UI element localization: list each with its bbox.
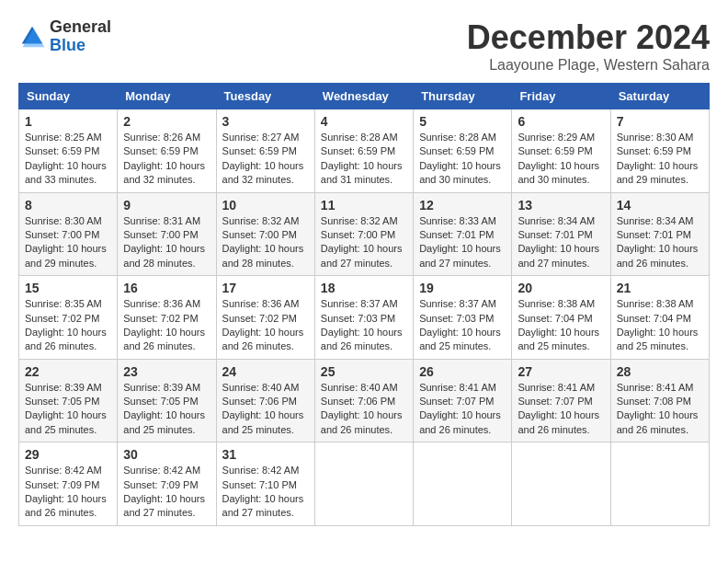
calendar-cell: 19 Sunrise: 8:37 AMSunset: 7:03 PMDaylig… [414,276,512,360]
calendar-cell: 1 Sunrise: 8:25 AMSunset: 6:59 PMDayligh… [19,109,118,193]
day-info: Sunrise: 8:38 AMSunset: 7:04 PMDaylight:… [518,297,604,354]
day-number: 2 [123,114,210,129]
logo: General Blue [18,18,111,55]
page-header: General Blue December 2024 Laayoune Plag… [18,18,710,74]
calendar-cell: 13 Sunrise: 8:34 AMSunset: 7:01 PMDaylig… [512,192,610,276]
calendar-cell: 26 Sunrise: 8:41 AMSunset: 7:07 PMDaylig… [414,359,512,442]
calendar-cell: 29 Sunrise: 8:42 AMSunset: 7:09 PMDaylig… [19,442,118,526]
day-info: Sunrise: 8:35 AMSunset: 7:02 PMDaylight:… [25,297,111,354]
weekday-header-saturday: Saturday [610,84,709,109]
day-number: 3 [222,114,309,129]
day-info: Sunrise: 8:40 AMSunset: 7:06 PMDaylight:… [321,381,407,438]
day-info: Sunrise: 8:39 AMSunset: 7:05 PMDaylight:… [123,381,210,438]
title-section: December 2024 Laayoune Plage, Western Sa… [467,18,710,74]
day-number: 25 [321,364,407,379]
day-number: 29 [25,447,111,462]
day-number: 19 [419,281,506,295]
calendar-cell: 24 Sunrise: 8:40 AMSunset: 7:06 PMDaylig… [216,359,314,442]
calendar-cell: 23 Sunrise: 8:39 AMSunset: 7:05 PMDaylig… [118,359,216,442]
day-info: Sunrise: 8:42 AMSunset: 7:10 PMDaylight:… [222,464,309,521]
weekday-header-thursday: Thursday [414,84,512,109]
day-info: Sunrise: 8:32 AMSunset: 7:00 PMDaylight:… [321,214,407,271]
calendar-cell: 15 Sunrise: 8:35 AMSunset: 7:02 PMDaylig… [19,276,118,360]
calendar-cell: 4 Sunrise: 8:28 AMSunset: 6:59 PMDayligh… [314,109,413,193]
day-number: 12 [419,198,506,213]
calendar-table: SundayMondayTuesdayWednesdayThursdayFrid… [18,83,710,526]
day-number: 5 [419,114,506,129]
logo-icon [18,23,46,51]
day-number: 26 [419,364,506,379]
day-number: 7 [617,114,703,129]
day-info: Sunrise: 8:30 AMSunset: 7:00 PMDaylight:… [25,214,111,271]
day-number: 1 [25,114,111,129]
weekday-header-friday: Friday [512,84,610,109]
day-number: 11 [321,198,407,213]
day-number: 31 [222,447,309,462]
day-number: 8 [25,198,111,213]
day-number: 27 [518,364,604,379]
day-number: 16 [123,281,210,295]
calendar-cell: 30 Sunrise: 8:42 AMSunset: 7:09 PMDaylig… [118,442,216,526]
calendar-cell [314,442,413,526]
week-row-5: 29 Sunrise: 8:42 AMSunset: 7:09 PMDaylig… [19,442,710,526]
week-row-2: 8 Sunrise: 8:30 AMSunset: 7:00 PMDayligh… [19,192,710,276]
weekday-header-tuesday: Tuesday [216,84,314,109]
day-info: Sunrise: 8:36 AMSunset: 7:02 PMDaylight:… [123,297,210,354]
day-number: 9 [123,198,210,213]
calendar-cell: 8 Sunrise: 8:30 AMSunset: 7:00 PMDayligh… [19,192,118,276]
calendar-cell: 11 Sunrise: 8:32 AMSunset: 7:00 PMDaylig… [314,192,413,276]
calendar-cell: 12 Sunrise: 8:33 AMSunset: 7:01 PMDaylig… [414,192,512,276]
day-info: Sunrise: 8:33 AMSunset: 7:01 PMDaylight:… [419,214,506,271]
day-number: 15 [25,281,111,295]
day-info: Sunrise: 8:42 AMSunset: 7:09 PMDaylight:… [123,464,210,521]
day-info: Sunrise: 8:34 AMSunset: 7:01 PMDaylight:… [617,214,703,271]
day-number: 6 [518,114,604,129]
month-title: December 2024 [467,18,710,57]
calendar-cell: 17 Sunrise: 8:36 AMSunset: 7:02 PMDaylig… [216,276,314,360]
day-info: Sunrise: 8:29 AMSunset: 6:59 PMDaylight:… [518,131,604,188]
day-info: Sunrise: 8:28 AMSunset: 6:59 PMDaylight:… [419,131,506,188]
calendar-cell: 5 Sunrise: 8:28 AMSunset: 6:59 PMDayligh… [414,109,512,193]
calendar-cell: 27 Sunrise: 8:41 AMSunset: 7:07 PMDaylig… [512,359,610,442]
calendar-cell: 2 Sunrise: 8:26 AMSunset: 6:59 PMDayligh… [118,109,216,193]
day-number: 22 [25,364,111,379]
day-number: 30 [123,447,210,462]
day-info: Sunrise: 8:25 AMSunset: 6:59 PMDaylight:… [25,131,111,188]
calendar-cell [610,442,709,526]
day-info: Sunrise: 8:31 AMSunset: 7:00 PMDaylight:… [123,214,210,271]
day-info: Sunrise: 8:38 AMSunset: 7:04 PMDaylight:… [617,297,703,354]
logo-text: General Blue [50,18,111,55]
calendar-cell [512,442,610,526]
day-info: Sunrise: 8:36 AMSunset: 7:02 PMDaylight:… [222,297,309,354]
day-info: Sunrise: 8:32 AMSunset: 7:00 PMDaylight:… [222,214,309,271]
day-info: Sunrise: 8:26 AMSunset: 6:59 PMDaylight:… [123,131,210,188]
calendar-cell: 16 Sunrise: 8:36 AMSunset: 7:02 PMDaylig… [118,276,216,360]
day-info: Sunrise: 8:37 AMSunset: 7:03 PMDaylight:… [321,297,407,354]
calendar-cell: 28 Sunrise: 8:41 AMSunset: 7:08 PMDaylig… [610,359,709,442]
day-info: Sunrise: 8:30 AMSunset: 6:59 PMDaylight:… [617,131,703,188]
calendar-cell: 7 Sunrise: 8:30 AMSunset: 6:59 PMDayligh… [610,109,709,193]
day-number: 28 [617,364,703,379]
calendar-cell: 22 Sunrise: 8:39 AMSunset: 7:05 PMDaylig… [19,359,118,442]
day-number: 4 [321,114,407,129]
day-number: 20 [518,281,604,295]
day-number: 17 [222,281,309,295]
day-info: Sunrise: 8:37 AMSunset: 7:03 PMDaylight:… [419,297,506,354]
calendar-cell [414,442,512,526]
weekday-header-row: SundayMondayTuesdayWednesdayThursdayFrid… [19,84,710,109]
day-number: 24 [222,364,309,379]
day-number: 10 [222,198,309,213]
calendar-cell: 18 Sunrise: 8:37 AMSunset: 7:03 PMDaylig… [314,276,413,360]
day-info: Sunrise: 8:41 AMSunset: 7:07 PMDaylight:… [518,381,604,438]
week-row-4: 22 Sunrise: 8:39 AMSunset: 7:05 PMDaylig… [19,359,710,442]
calendar-cell: 14 Sunrise: 8:34 AMSunset: 7:01 PMDaylig… [610,192,709,276]
weekday-header-sunday: Sunday [19,84,118,109]
day-number: 21 [617,281,703,295]
week-row-1: 1 Sunrise: 8:25 AMSunset: 6:59 PMDayligh… [19,109,710,193]
day-info: Sunrise: 8:34 AMSunset: 7:01 PMDaylight:… [518,214,604,271]
weekday-header-monday: Monday [118,84,216,109]
day-info: Sunrise: 8:42 AMSunset: 7:09 PMDaylight:… [25,464,111,521]
calendar-cell: 6 Sunrise: 8:29 AMSunset: 6:59 PMDayligh… [512,109,610,193]
weekday-header-wednesday: Wednesday [314,84,413,109]
calendar-cell: 10 Sunrise: 8:32 AMSunset: 7:00 PMDaylig… [216,192,314,276]
